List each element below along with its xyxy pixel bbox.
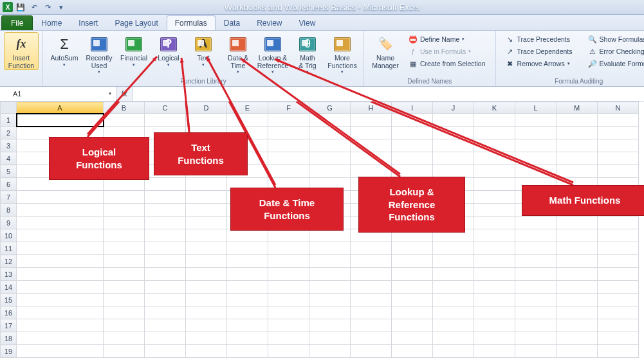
chevron-down-icon[interactable]: ▾ xyxy=(106,89,115,98)
cell-C13[interactable] xyxy=(145,268,186,281)
cell-N9[interactable] xyxy=(598,217,639,229)
cell-M19[interactable] xyxy=(557,345,598,358)
row-header-19[interactable]: 19 xyxy=(1,345,17,358)
cell-L16[interactable] xyxy=(515,306,557,319)
cell-G3[interactable] xyxy=(309,139,351,152)
cell-F16[interactable] xyxy=(268,306,309,319)
row-header-12[interactable]: 12 xyxy=(1,255,17,268)
recent-button[interactable]: Recently Used▾ xyxy=(82,32,116,75)
cell-F18[interactable] xyxy=(268,332,309,345)
cell-G14[interactable] xyxy=(309,281,351,294)
col-header-M[interactable]: M xyxy=(557,102,598,114)
cell-D11[interactable] xyxy=(186,242,227,255)
cell-L4[interactable] xyxy=(515,152,557,165)
cell-B12[interactable] xyxy=(104,255,145,268)
cell-J2[interactable] xyxy=(433,127,474,139)
cell-K18[interactable] xyxy=(474,332,515,345)
cell-M12[interactable] xyxy=(557,255,598,268)
cell-B17[interactable] xyxy=(104,319,145,332)
cell-H14[interactable] xyxy=(351,281,392,294)
cell-D12[interactable] xyxy=(186,255,227,268)
cell-D1[interactable] xyxy=(186,114,227,127)
cell-E1[interactable] xyxy=(227,114,268,127)
cell-L3[interactable] xyxy=(515,139,557,152)
cell-L13[interactable] xyxy=(515,268,557,281)
tab-file[interactable]: File xyxy=(1,15,33,30)
cell-C15[interactable] xyxy=(145,294,186,306)
cell-G17[interactable] xyxy=(309,319,351,332)
col-header-F[interactable]: F xyxy=(268,102,309,114)
cell-B18[interactable] xyxy=(104,332,145,345)
evaluate-formula-button[interactable]: 🔎 Evaluate Formula xyxy=(585,58,644,69)
cell-M14[interactable] xyxy=(557,281,598,294)
cell-L11[interactable] xyxy=(515,242,557,255)
col-header-C[interactable]: C xyxy=(145,102,186,114)
cell-B8[interactable] xyxy=(104,204,145,217)
financial-button[interactable]: Financial▾ xyxy=(116,32,151,67)
cell-D7[interactable] xyxy=(186,191,227,204)
cell-E16[interactable] xyxy=(227,306,268,319)
error-checking-button[interactable]: ⚠ Error Checking ▾ xyxy=(585,46,644,57)
cell-A1[interactable] xyxy=(17,114,104,127)
cell-I2[interactable] xyxy=(392,127,433,139)
cell-G12[interactable] xyxy=(309,255,351,268)
cell-M18[interactable] xyxy=(557,332,598,345)
cell-H13[interactable] xyxy=(351,268,392,281)
cell-C17[interactable] xyxy=(145,319,186,332)
row-header-15[interactable]: 15 xyxy=(1,294,17,306)
trace-precedents-button[interactable]: ↘ Trace Precedents xyxy=(502,33,576,45)
cell-J19[interactable] xyxy=(433,345,474,358)
cell-F12[interactable] xyxy=(268,255,309,268)
cell-N10[interactable] xyxy=(598,229,639,242)
col-header-B[interactable]: B xyxy=(104,102,145,114)
cell-J5[interactable] xyxy=(433,165,474,178)
cell-E17[interactable] xyxy=(227,319,268,332)
create-from-selection-button[interactable]: ▦ Create from Selection xyxy=(405,58,489,69)
cell-L12[interactable] xyxy=(515,255,557,268)
cell-E18[interactable] xyxy=(227,332,268,345)
cell-N16[interactable] xyxy=(598,306,639,319)
row-header-5[interactable]: 5 xyxy=(1,165,17,178)
cell-K1[interactable] xyxy=(474,114,515,127)
cell-K14[interactable] xyxy=(474,281,515,294)
cell-E15[interactable] xyxy=(227,294,268,306)
cell-G18[interactable] xyxy=(309,332,351,345)
cell-A15[interactable] xyxy=(17,294,104,306)
cell-L18[interactable] xyxy=(515,332,557,345)
cell-G13[interactable] xyxy=(309,268,351,281)
cell-I5[interactable] xyxy=(392,165,433,178)
cell-A13[interactable] xyxy=(17,268,104,281)
cell-B15[interactable] xyxy=(104,294,145,306)
select-all-corner[interactable] xyxy=(1,102,17,114)
cell-I11[interactable] xyxy=(392,242,433,255)
fx-button[interactable]: fx xyxy=(119,89,129,99)
cell-K7[interactable] xyxy=(474,191,515,204)
cell-A18[interactable] xyxy=(17,332,104,345)
cell-N4[interactable] xyxy=(598,152,639,165)
cell-A10[interactable] xyxy=(17,229,104,242)
cell-M2[interactable] xyxy=(557,127,598,139)
cell-A14[interactable] xyxy=(17,281,104,294)
cell-N3[interactable] xyxy=(598,139,639,152)
cell-I13[interactable] xyxy=(392,268,433,281)
cell-C16[interactable] xyxy=(145,306,186,319)
cell-K13[interactable] xyxy=(474,268,515,281)
cell-L17[interactable] xyxy=(515,319,557,332)
cell-F5[interactable] xyxy=(268,165,309,178)
cell-G10[interactable] xyxy=(309,229,351,242)
cell-I3[interactable] xyxy=(392,139,433,152)
col-header-D[interactable]: D xyxy=(186,102,227,114)
tab-review[interactable]: Review xyxy=(248,15,290,30)
show-formulas-button[interactable]: 🔍 Show Formulas xyxy=(585,33,644,45)
cell-C6[interactable] xyxy=(145,178,186,191)
cell-C9[interactable] xyxy=(145,217,186,229)
cell-A19[interactable] xyxy=(17,345,104,358)
cell-N13[interactable] xyxy=(598,268,639,281)
cell-E12[interactable] xyxy=(227,255,268,268)
cell-D17[interactable] xyxy=(186,319,227,332)
logical-button[interactable]: ?Logical▾ xyxy=(151,32,186,67)
cell-F15[interactable] xyxy=(268,294,309,306)
cell-G2[interactable] xyxy=(309,127,351,139)
cell-K19[interactable] xyxy=(474,345,515,358)
cell-N18[interactable] xyxy=(598,332,639,345)
